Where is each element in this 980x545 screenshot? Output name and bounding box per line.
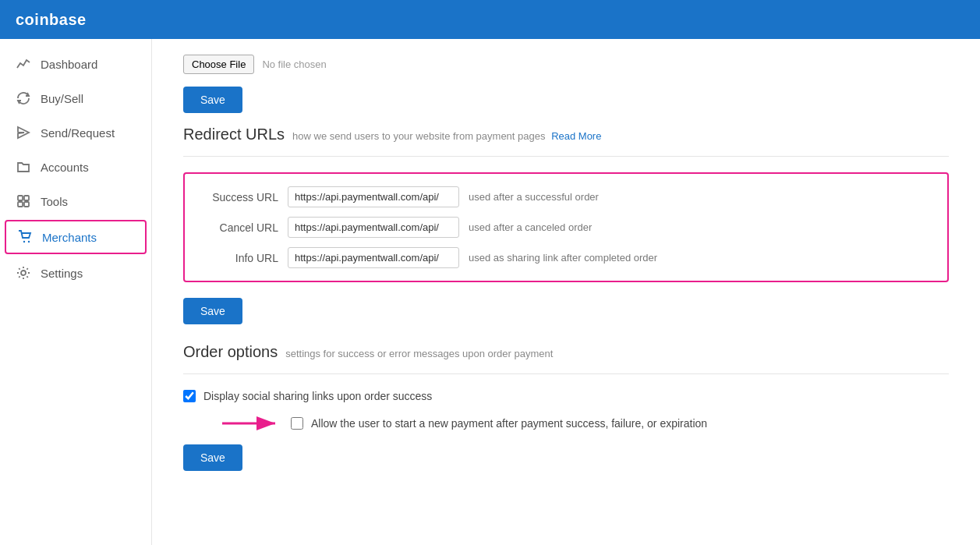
logo: coinbase: [16, 11, 87, 29]
svg-rect-3: [18, 202, 23, 207]
grid-icon: [16, 193, 31, 209]
redirect-urls-read-more[interactable]: Read More: [551, 130, 601, 142]
chart-line-icon: [16, 56, 31, 72]
sidebar-item-settings-label: Settings: [41, 267, 83, 280]
svg-rect-1: [18, 196, 23, 200]
redirect-urls-subtitle: how we send users to your website from p…: [292, 130, 601, 142]
info-url-label: Info URL: [200, 252, 278, 264]
sidebar: Dashboard Buy/Sell Send/Request: [0, 39, 152, 545]
no-file-text: No file chosen: [262, 58, 326, 70]
save-button-3[interactable]: Save: [183, 444, 242, 471]
redirect-urls-title: Redirect URLs: [183, 126, 285, 143]
sidebar-item-accounts[interactable]: Accounts: [0, 150, 151, 184]
header: coinbase: [0, 0, 980, 39]
sidebar-item-dashboard-label: Dashboard: [41, 58, 97, 71]
svg-marker-0: [18, 127, 29, 138]
info-url-input[interactable]: [288, 247, 459, 268]
sidebar-item-buy-sell[interactable]: Buy/Sell: [0, 81, 151, 115]
main-layout: Dashboard Buy/Sell Send/Request: [0, 39, 980, 545]
redirect-urls-header: Redirect URLs how we send users to your …: [183, 126, 949, 147]
sidebar-item-tools[interactable]: Tools: [0, 184, 151, 218]
choose-file-button[interactable]: Choose File: [183, 55, 254, 74]
info-url-row: Info URL used as sharing link after comp…: [200, 247, 932, 268]
redirect-urls-subtitle-text: how we send users to your website from p…: [292, 130, 545, 142]
order-options-section: Order options settings for success or er…: [183, 343, 949, 471]
send-icon: [16, 125, 31, 140]
order-options-divider: [183, 373, 949, 374]
sidebar-item-settings[interactable]: Settings: [0, 256, 151, 290]
order-options-title: Order options: [183, 343, 278, 361]
new-payment-row: Allow the user to start a new payment af…: [183, 412, 949, 435]
cancel-url-input[interactable]: [288, 217, 459, 238]
sidebar-item-send-request-label: Send/Request: [41, 126, 115, 140]
svg-point-6: [28, 241, 30, 242]
svg-point-5: [23, 241, 25, 242]
redirect-urls-divider: [183, 156, 949, 157]
sidebar-item-dashboard[interactable]: Dashboard: [0, 47, 151, 81]
cancel-url-row: Cancel URL used after a canceled order: [200, 217, 932, 238]
social-sharing-label: Display social sharing links upon order …: [203, 390, 432, 402]
shopping-cart-icon: [17, 229, 33, 245]
gear-icon: [16, 265, 31, 281]
redirect-urls-box: Success URL used after a successful orde…: [183, 172, 949, 282]
svg-point-7: [21, 271, 26, 275]
sidebar-item-merchants-label: Merchants: [42, 231, 97, 244]
sidebar-item-tools-label: Tools: [41, 195, 68, 208]
folder-icon: [16, 159, 31, 175]
save-button-1[interactable]: Save: [183, 87, 242, 113]
sidebar-item-merchants[interactable]: Merchants: [5, 220, 147, 254]
cancel-url-label: Cancel URL: [200, 221, 278, 234]
success-url-description: used after a successful order: [469, 191, 599, 203]
sidebar-item-send-request[interactable]: Send/Request: [0, 115, 151, 150]
save-button-2[interactable]: Save: [183, 298, 242, 324]
arrow-indicator-icon: [222, 412, 285, 435]
order-options-subtitle: settings for success or error messages u…: [285, 348, 553, 359]
content-area: Choose File No file chosen Save Redirect…: [152, 39, 980, 545]
new-payment-checkbox-row: Allow the user to start a new payment af…: [291, 417, 707, 430]
success-url-input[interactable]: [288, 186, 459, 207]
cancel-url-description: used after a canceled order: [469, 221, 592, 233]
info-url-description: used as sharing link after completed ord…: [469, 252, 657, 264]
svg-rect-4: [24, 202, 29, 207]
sidebar-item-accounts-label: Accounts: [41, 161, 89, 174]
new-payment-label: Allow the user to start a new payment af…: [311, 417, 707, 430]
success-url-row: Success URL used after a successful orde…: [200, 186, 932, 207]
file-section: Choose File No file chosen: [183, 55, 949, 74]
svg-rect-2: [24, 196, 29, 200]
sidebar-item-buy-sell-label: Buy/Sell: [41, 92, 83, 105]
success-url-label: Success URL: [200, 191, 278, 203]
new-payment-checkbox[interactable]: [291, 417, 303, 430]
social-sharing-row: Display social sharing links upon order …: [183, 390, 949, 402]
order-options-header: Order options settings for success or er…: [183, 343, 949, 364]
social-sharing-checkbox[interactable]: [183, 390, 196, 402]
refresh-icon: [16, 90, 31, 106]
